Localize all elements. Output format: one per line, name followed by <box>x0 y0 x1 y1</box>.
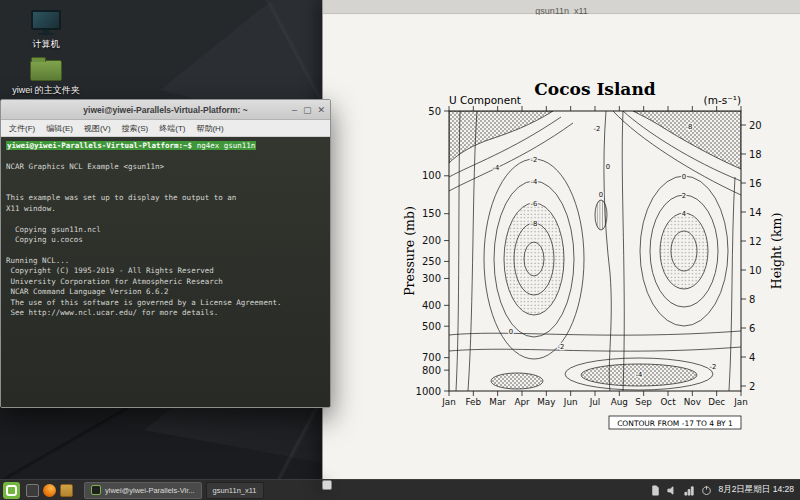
plot-contours <box>449 111 741 391</box>
terminal-output[interactable]: yiwei@yiwei-Parallels-Virtual-Platform:~… <box>1 137 330 407</box>
contour-label: 0 <box>682 173 686 181</box>
taskbar-window-button[interactable]: yiwei@yiwei-Parallels-Vir... <box>84 482 202 499</box>
taskbar-window-button[interactable]: gsun11n_x11 <box>206 482 264 499</box>
taskbar-window-label: yiwei@yiwei-Parallels-Vir... <box>105 486 195 495</box>
tick-label: May <box>537 397 555 407</box>
tick-label: 14 <box>749 207 762 218</box>
contour-label: -4 <box>493 164 500 172</box>
tick-label: 500 <box>422 321 441 332</box>
tick-label: 400 <box>422 300 441 311</box>
contour-label: -8 <box>686 123 693 131</box>
tick-label: Jan <box>441 397 456 407</box>
tick-label: Feb <box>466 397 482 407</box>
terminal-menu-item[interactable]: 编辑(E) <box>46 123 73 134</box>
taskbar-window-list: yiwei@yiwei-Parallels-Vir...gsun11n_x11 <box>84 482 264 499</box>
folder-icon <box>30 60 62 81</box>
tick-label: 100 <box>422 170 441 181</box>
terminal-icon <box>91 485 101 495</box>
terminal-line: The use of this software is governed by … <box>6 298 325 308</box>
minimize-button[interactable]: – <box>292 100 297 120</box>
terminal-line: NCAR Command Language Version 6.6.2 <box>6 287 325 297</box>
terminal-line <box>6 151 325 161</box>
terminal-line: Copying u.cocos <box>6 235 325 245</box>
contour-plot: Cocos Island U Component (m-s⁻¹) Pressur… <box>401 73 793 438</box>
contour-label: -8 <box>531 220 538 228</box>
taskbar-window-label: gsun11n_x11 <box>213 486 257 495</box>
terminal-line: Copyright (C) 1995-2019 - All Rights Res… <box>6 266 325 276</box>
tick-label: 300 <box>422 273 441 284</box>
terminal-line: This example was set up to display the o… <box>6 193 325 203</box>
screen: 计算机 yiwei 的主文件夹 gsun11n_x11 Cocos Island… <box>0 0 800 500</box>
tick-label: 800 <box>422 365 441 376</box>
terminal-line <box>6 183 325 193</box>
tick-label: 2 <box>749 381 755 392</box>
terminal-menubar: 文件(F)编辑(E)视图(V)搜索(S)终端(T)帮助(H) <box>1 120 330 137</box>
contour-label: 0 <box>606 163 610 171</box>
contour-note: CONTOUR FROM -17 TO 4 BY 1 <box>617 419 733 428</box>
volume-icon[interactable] <box>667 485 678 496</box>
tick-label: 50 <box>428 106 441 117</box>
x11-window: gsun11n_x11 Cocos Island U Component (m-… <box>322 0 800 479</box>
menu-button[interactable] <box>3 482 20 499</box>
tick-label: 8 <box>749 294 755 305</box>
contour-label: -4 <box>531 178 538 186</box>
tick-label: 250 <box>422 256 441 267</box>
tick-label: 4 <box>749 352 755 363</box>
contour-label: 0 <box>599 191 603 199</box>
tick-label: 200 <box>422 235 441 246</box>
taskbar-launchers <box>26 484 73 497</box>
terminal-titlebar[interactable]: yiwei@yiwei-Parallels-Virtual-Platform: … <box>1 100 330 120</box>
close-button[interactable]: ✕ <box>317 100 325 120</box>
terminal-line: NCAR Graphics NCL Example <gsun11n> <box>6 162 325 172</box>
show-desktop-icon[interactable] <box>26 484 39 497</box>
terminal-menu-item[interactable]: 视图(V) <box>84 123 111 134</box>
network-icon[interactable] <box>684 485 695 496</box>
firefox-icon[interactable] <box>43 484 56 497</box>
terminal-line <box>6 214 325 224</box>
contour-label: 2 <box>682 192 686 200</box>
tick-label: Dec <box>708 397 725 407</box>
plot-units-label: (m-s⁻¹) <box>704 94 741 106</box>
contour-label: -6 <box>531 200 538 208</box>
tick-label: Jan <box>733 397 748 407</box>
tick-label: Nov <box>684 397 701 407</box>
desktop-icon-home-folder[interactable]: yiwei 的主文件夹 <box>8 56 84 97</box>
terminal-window: yiwei@yiwei-Parallels-Virtual-Platform: … <box>0 99 331 408</box>
tick-label: 150 <box>422 208 441 219</box>
tick-label: Jul <box>589 397 601 407</box>
taskbar: yiwei@yiwei-Parallels-Vir...gsun11n_x11 … <box>0 479 800 500</box>
maximize-button[interactable]: ▢ <box>303 100 312 120</box>
x11-titlebar[interactable]: gsun11n_x11 <box>323 0 800 14</box>
tick-label: Jun <box>563 397 578 407</box>
tick-label: 10 <box>749 265 762 276</box>
terminal-line: University Corporation for Atmospheric R… <box>6 277 325 287</box>
terminal-menu-item[interactable]: 搜索(S) <box>122 123 149 134</box>
desktop-icon-label: 计算机 <box>8 38 84 51</box>
desktop-icon-computer[interactable]: 计算机 <box>8 10 84 51</box>
power-icon[interactable] <box>701 485 712 496</box>
terminal-menu-item[interactable]: 文件(F) <box>9 123 35 134</box>
contour-label: -2 <box>594 125 601 133</box>
terminal-line: Running NCL... <box>6 256 325 266</box>
tick-label: 700 <box>422 352 441 363</box>
tick-label: 16 <box>749 178 762 189</box>
terminal-menu-item[interactable]: 终端(T) <box>159 123 185 134</box>
contour-label: -4 <box>636 371 643 379</box>
clipboard-icon[interactable] <box>650 485 661 496</box>
contour-label: 4 <box>682 210 686 218</box>
tick-label: 1000 <box>416 386 441 397</box>
tick-label: Oct <box>660 397 676 407</box>
terminal-line: Copying gsun11n.ncl <box>6 225 325 235</box>
files-icon[interactable] <box>60 484 73 497</box>
plot-ylabel-left: Pressure (mb) <box>402 206 417 296</box>
tick-label: 6 <box>749 323 755 334</box>
terminal-window-title: yiwei@yiwei-Parallels-Virtual-Platform: … <box>1 100 330 120</box>
system-tray: 8月2日星期日 14:28 <box>650 484 797 496</box>
clock[interactable]: 8月2日星期日 14:28 <box>718 484 794 496</box>
contour-label: -2 <box>710 363 717 371</box>
terminal-line <box>6 245 325 255</box>
tick-label: 18 <box>749 149 762 160</box>
tick-label: 20 <box>749 120 762 131</box>
plot-left-header: U Component <box>449 94 521 106</box>
terminal-menu-item[interactable]: 帮助(H) <box>196 123 223 134</box>
